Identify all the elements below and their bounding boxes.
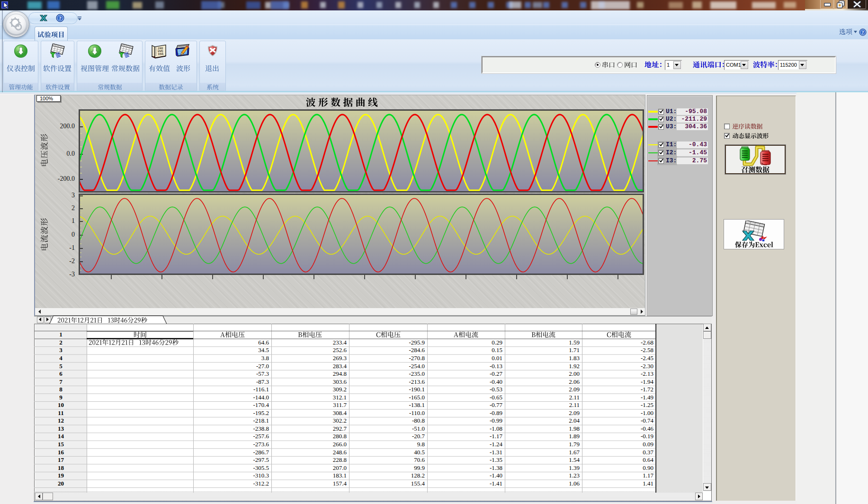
svg-text:?: ?: [862, 30, 864, 35]
svg-text:X55: X55: [158, 53, 163, 56]
svg-text:?: ?: [59, 15, 62, 21]
